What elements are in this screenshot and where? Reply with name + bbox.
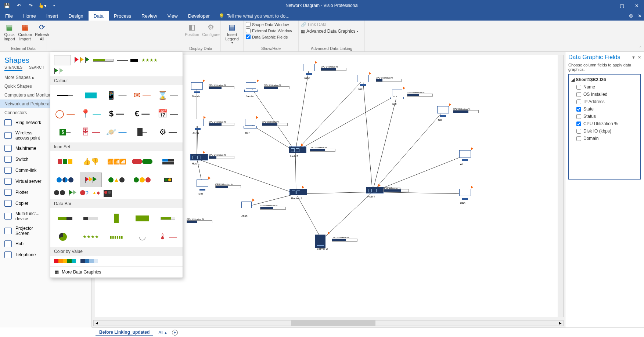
iconset-pies[interactable] <box>54 173 76 187</box>
dgf-close-icon[interactable]: ✕ <box>638 55 641 60</box>
page-tab[interactable]: Before Linking_updated <box>96 330 153 336</box>
iconset-traffic-light[interactable] <box>157 173 179 187</box>
callout-euro[interactable]: € — <box>131 106 153 121</box>
iconset-status[interactable]: ▲ <box>105 173 127 187</box>
diagram-node[interactable] <box>391 90 404 99</box>
tab-review[interactable]: Review <box>136 11 162 21</box>
stencils-tab[interactable]: STENCILS <box>4 65 22 71</box>
callout-ring[interactable]: ◯ — <box>54 106 76 121</box>
databar-pie[interactable]: — <box>54 229 76 244</box>
vertical-scrollbar[interactable] <box>558 55 564 317</box>
no-graphic-option[interactable] <box>54 55 71 65</box>
shape-data-window-checkbox[interactable]: Shape Data Window <box>246 21 296 28</box>
tab-data[interactable]: Data <box>89 11 109 21</box>
diagram-node[interactable] <box>458 150 472 161</box>
callout-gear[interactable]: ⚙ — <box>157 125 179 139</box>
dgf-field[interactable]: IP Address <box>570 98 640 105</box>
tab-home[interactable]: Home <box>18 11 41 21</box>
databar-4[interactable] <box>131 211 153 226</box>
iconset-flags[interactable] <box>80 173 102 187</box>
advanced-data-graphics-button[interactable]: ▦Advanced Data Graphics▾ <box>301 28 362 35</box>
iconset-traffic-dots[interactable] <box>131 173 153 187</box>
diagram-node[interactable] <box>302 64 316 75</box>
collapse-ribbon-icon[interactable]: ⌃ <box>639 46 642 50</box>
text-graphic-option[interactable] <box>117 59 138 62</box>
callout-calendar[interactable]: 📅 — <box>157 106 179 121</box>
shape-item[interactable]: Projector Screen <box>0 224 37 238</box>
diagram-node[interactable] <box>190 154 208 160</box>
qat-customize-icon[interactable]: ▾ <box>49 1 59 10</box>
diagram-node[interactable] <box>458 189 472 200</box>
more-data-graphics-link[interactable]: ▦ More Data Graphics <box>50 266 183 278</box>
dgf-field[interactable]: State <box>570 105 640 113</box>
hscroll-thumb[interactable] <box>291 320 375 326</box>
shape-item[interactable]: Switch <box>0 154 33 165</box>
close-button[interactable]: ✕ <box>629 0 644 11</box>
callout-money[interactable]: $ — <box>54 125 76 139</box>
diagram-node[interactable] <box>191 119 204 130</box>
callout-planet[interactable]: 🪐 — <box>105 125 127 139</box>
diagram-node[interactable] <box>315 235 325 248</box>
tab-file[interactable]: File <box>0 11 18 21</box>
diagram-node[interactable] <box>196 180 209 191</box>
touch-mode-icon[interactable]: 👆▾ <box>37 1 47 10</box>
databar-3[interactable] <box>105 211 127 226</box>
all-pages-button[interactable]: All ▴ <box>158 330 167 335</box>
callout-text[interactable]: — <box>54 88 76 103</box>
dgf-data-source[interactable]: ◢ Sheet1$B2:I26 <box>570 76 640 83</box>
callout-database[interactable]: 🗄 — <box>80 125 102 139</box>
tab-process[interactable]: Process <box>109 11 136 21</box>
databar-5[interactable] <box>157 211 179 226</box>
save-icon[interactable]: 💾 <box>2 1 12 10</box>
maximize-button[interactable]: ▢ <box>615 0 629 11</box>
diagram-node[interactable] <box>289 146 306 153</box>
dgf-field[interactable]: OS Installed <box>570 91 640 98</box>
shape-item[interactable]: Mainframe <box>0 143 41 154</box>
search-tab[interactable]: SEARCH <box>29 65 44 71</box>
stars-option[interactable]: ★★★★ <box>141 58 158 63</box>
callout-tag[interactable] <box>80 88 102 103</box>
iconset-shields[interactable] <box>54 154 76 169</box>
shape-item[interactable]: Ring network <box>0 117 46 128</box>
diagram-node[interactable] <box>366 187 384 193</box>
shape-item[interactable]: Plotter <box>0 187 33 198</box>
databar-stars[interactable]: ★★★★ <box>80 229 102 244</box>
dgf-field[interactable]: Domain <box>570 135 640 142</box>
color-blues[interactable] <box>80 259 98 263</box>
diagram-node[interactable] <box>240 202 253 211</box>
callout-hourglass[interactable]: ⌛ — <box>157 88 179 103</box>
databar-1[interactable] <box>54 211 76 226</box>
configure-button[interactable]: ⚙Configure <box>201 21 221 37</box>
diagram-node[interactable] <box>190 82 204 93</box>
undo-icon[interactable]: ↶ <box>14 1 24 10</box>
dgf-field[interactable]: Disk IO (kbps) <box>570 127 640 135</box>
dgf-field[interactable]: Name <box>570 83 640 91</box>
callout-mail[interactable]: ✉ — <box>131 88 153 103</box>
shape-item[interactable]: Telephone <box>0 249 40 260</box>
tab-developer[interactable]: Developer <box>183 11 215 21</box>
quick-import-button[interactable]: ▤Quick Import <box>2 21 17 42</box>
shape-item[interactable]: Wireless access point <box>0 128 44 143</box>
callout-phone[interactable]: 📱 — <box>105 88 127 103</box>
databar-2[interactable] <box>80 211 102 226</box>
diagram-node[interactable] <box>356 75 370 86</box>
add-page-button[interactable]: + <box>172 330 178 336</box>
minimize-button[interactable]: — <box>600 0 615 11</box>
smiley-icon[interactable]: ☺ <box>628 12 634 19</box>
tell-me-search[interactable]: 💡 Tell me what you want to do... <box>219 13 289 19</box>
shape-item[interactable]: Copier <box>0 198 33 209</box>
diagram-node[interactable] <box>244 82 258 92</box>
databar-people[interactable]: ▮▮▮▮▮▮ <box>105 229 127 244</box>
shape-item[interactable]: Multi-funct... device <box>0 209 44 224</box>
diagram-node[interactable] <box>436 106 450 117</box>
tab-insert[interactable]: Insert <box>41 11 64 21</box>
redo-icon[interactable]: ↷ <box>26 1 35 10</box>
databar-thermo[interactable]: 🌡 — <box>157 229 179 244</box>
shape-item[interactable]: Virtual server <box>0 176 46 187</box>
link-data-button[interactable]: 🔗Link Data <box>301 21 362 28</box>
dgf-menu-icon[interactable]: ▼ <box>632 55 636 60</box>
dgf-field[interactable]: CPU Utilization % <box>570 120 640 127</box>
shape-item[interactable]: Comm-link <box>0 165 41 176</box>
dgf-field[interactable]: Status <box>570 113 640 120</box>
iconset-thumbs[interactable]: 👍👎 <box>80 154 102 169</box>
